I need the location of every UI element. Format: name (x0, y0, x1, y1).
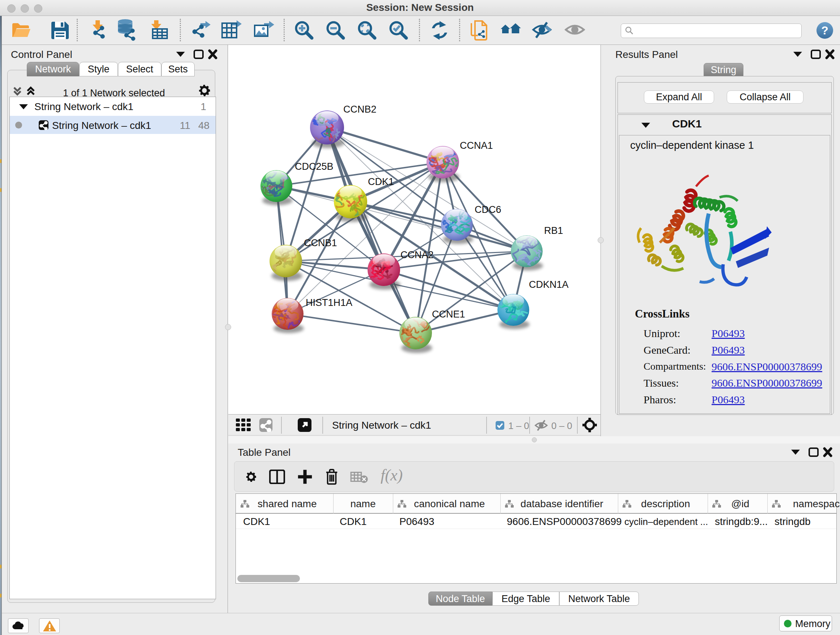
svg-text:HIST1H1A: HIST1H1A (306, 297, 352, 308)
svg-text:CDC25B: CDC25B (295, 161, 333, 172)
svg-text:CDC6: CDC6 (475, 204, 501, 215)
svg-text:CCNE1: CCNE1 (432, 309, 465, 320)
svg-text:CCNB1: CCNB1 (304, 238, 337, 249)
svg-text:CCNB2: CCNB2 (343, 104, 377, 115)
svg-text:CDK1: CDK1 (368, 176, 394, 187)
svg-text:RB1: RB1 (544, 225, 563, 236)
svg-text:CCNA2: CCNA2 (401, 249, 434, 260)
svg-text:CCNA1: CCNA1 (460, 140, 493, 151)
svg-text:CDKN1A: CDKN1A (529, 279, 569, 290)
